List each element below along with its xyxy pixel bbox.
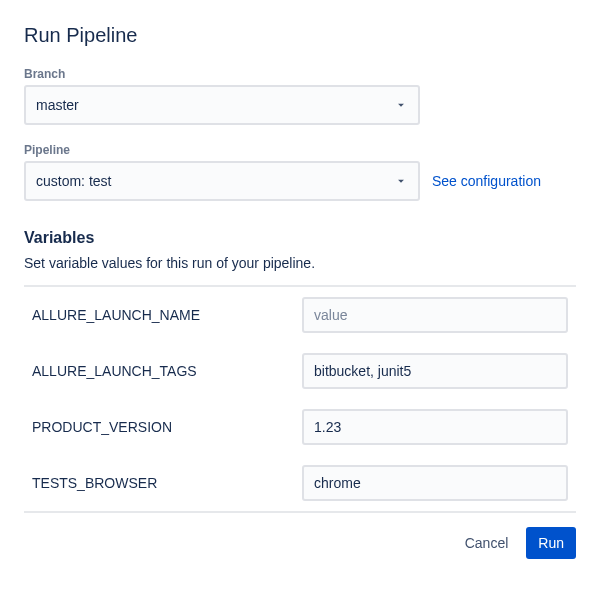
variable-name: ALLURE_LAUNCH_NAME xyxy=(32,307,290,323)
pipeline-field-group: Pipeline custom: test See configuration xyxy=(24,143,576,201)
variable-name: TESTS_BROWSER xyxy=(32,475,290,491)
cancel-button[interactable]: Cancel xyxy=(453,527,521,559)
pipeline-select[interactable]: custom: test xyxy=(24,161,420,201)
pipeline-label: Pipeline xyxy=(24,143,576,157)
variable-row: ALLURE_LAUNCH_NAME xyxy=(24,287,576,343)
variables-table: ALLURE_LAUNCH_NAME ALLURE_LAUNCH_TAGS PR… xyxy=(24,285,576,513)
dialog-title: Run Pipeline xyxy=(24,24,576,47)
chevron-down-icon xyxy=(394,98,408,112)
variable-row: TESTS_BROWSER xyxy=(24,455,576,511)
variable-row: PRODUCT_VERSION xyxy=(24,399,576,455)
dialog-footer: Cancel Run xyxy=(24,527,576,559)
variables-description: Set variable values for this run of your… xyxy=(24,255,576,271)
variable-name: PRODUCT_VERSION xyxy=(32,419,290,435)
chevron-down-icon xyxy=(394,174,408,188)
variables-heading: Variables xyxy=(24,229,576,247)
branch-select[interactable]: master xyxy=(24,85,420,125)
variable-value-input[interactable] xyxy=(302,465,568,501)
variable-value-input[interactable] xyxy=(302,353,568,389)
branch-field-group: Branch master xyxy=(24,67,576,125)
variable-value-input[interactable] xyxy=(302,409,568,445)
branch-select-value: master xyxy=(36,97,394,113)
see-configuration-link[interactable]: See configuration xyxy=(432,173,541,189)
variable-name: ALLURE_LAUNCH_TAGS xyxy=(32,363,290,379)
pipeline-select-value: custom: test xyxy=(36,173,394,189)
variable-value-input[interactable] xyxy=(302,297,568,333)
branch-label: Branch xyxy=(24,67,576,81)
variable-row: ALLURE_LAUNCH_TAGS xyxy=(24,343,576,399)
run-button[interactable]: Run xyxy=(526,527,576,559)
